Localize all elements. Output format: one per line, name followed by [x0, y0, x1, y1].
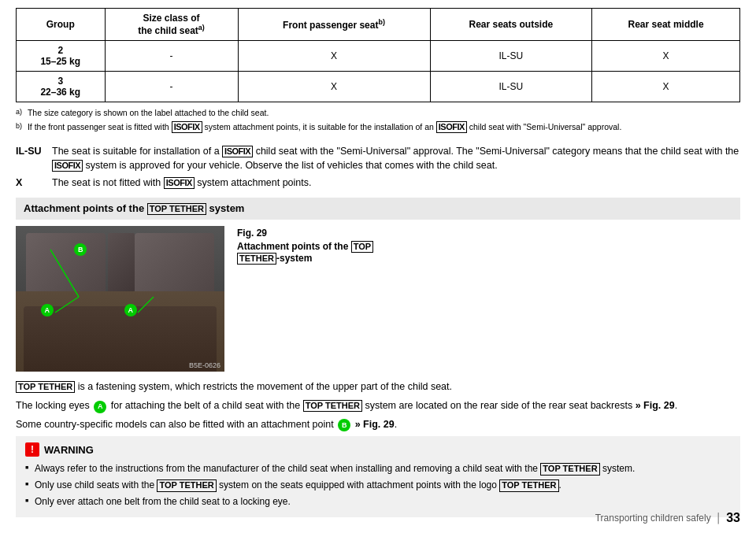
warning-item-2: Only use child seats with the TOP TETHER…	[25, 478, 731, 492]
front-passenger-3: X	[238, 72, 430, 102]
fig-ref-2: » Fig. 29	[355, 419, 395, 430]
body-text: TOP TETHER is a fastening system, which …	[16, 379, 740, 431]
col-size-class: Size class ofthe child seata)	[105, 9, 238, 41]
table-row: 215–25 kg - X IL-SU X	[17, 41, 740, 72]
def-x: X The seat is not fitted with ISOFIX sys…	[16, 176, 740, 190]
warning-item-1: Always refer to the instructions from th…	[25, 461, 731, 476]
size-class-2: -	[105, 41, 238, 72]
rear-outside-3: IL-SU	[430, 72, 592, 102]
isofix-badge: ISOFIX	[436, 121, 467, 133]
warning-label: WARNING	[44, 444, 94, 456]
footnote-b-label: b)	[16, 121, 24, 135]
page-footer: Transporting children safely │ 33	[595, 511, 740, 525]
figure-number: Fig. 29	[237, 228, 740, 239]
footer-separator: │	[716, 513, 722, 524]
toptether-badge-body1: TOP TETHER	[16, 381, 75, 393]
toptether-badge-fig2: TETHER	[237, 253, 276, 265]
point-b-badge: B	[338, 419, 350, 431]
page-number: 33	[726, 511, 740, 525]
toptether-badge-body2: TOP TETHER	[303, 400, 362, 412]
trunk-background: B A A	[16, 226, 224, 372]
footnote-a: a) The size category is shown on the lab…	[16, 107, 740, 121]
figure-caption: Fig. 29 Attachment points of the TOPTETH…	[237, 226, 740, 372]
toptether-badge-w1: TOP TETHER	[540, 463, 599, 475]
figure-image: B A A B5E-0626	[16, 226, 224, 372]
para-top-tether-desc: TOP TETHER is a fastening system, which …	[16, 379, 740, 394]
isofix-badge: ISOFIX	[172, 121, 202, 133]
isofix-badge: ISOFIX	[222, 146, 253, 157]
toptether-badge-w3: TOP TETHER	[499, 479, 558, 491]
figure-area: B A A B5E-0626 Fig. 29 Attachment points…	[16, 226, 740, 372]
footer-text: Transporting children safely	[595, 513, 711, 524]
rear-outside-2: IL-SU	[430, 41, 592, 72]
isofix-badge: ISOFIX	[164, 177, 195, 189]
warning-header: ! WARNING	[25, 442, 731, 457]
child-seat-table: Group Size class ofthe child seata) Fron…	[16, 8, 740, 102]
attachment-title: Attachment points of the TOP TETHER syst…	[24, 202, 244, 214]
def-desc-ilsu: The seat is suitable for installation of…	[52, 144, 740, 172]
rear-middle-3: X	[592, 72, 740, 102]
fig-ref-1: » Fig. 29	[636, 400, 675, 411]
footnote-b-text: If the front passenger seat is fitted wi…	[28, 121, 621, 135]
warning-list: Always refer to the instructions from th…	[25, 461, 731, 509]
footnote-a-text: The size category is shown on the label …	[28, 107, 269, 121]
warning-icon: !	[25, 442, 39, 457]
rear-middle-2: X	[592, 41, 740, 72]
point-a-badge: A	[94, 401, 106, 413]
figure-code: B5E-0626	[189, 361, 220, 369]
toptether-badge-w2: TOP TETHER	[157, 479, 216, 491]
size-class-3: -	[105, 72, 238, 102]
front-passenger-2: X	[238, 41, 430, 72]
trunk-carpet	[24, 306, 217, 372]
attachment-section-header: Attachment points of the TOP TETHER syst…	[16, 198, 740, 220]
col-rear-outside: Rear seats outside	[430, 9, 592, 41]
col-rear-middle: Rear seat middle	[592, 9, 740, 41]
col-group: Group	[17, 9, 106, 41]
locking-eye-right: A	[124, 304, 137, 316]
warning-box: ! WARNING Always refer to the instructio…	[16, 436, 740, 517]
footnotes: a) The size category is shown on the lab…	[16, 107, 740, 136]
def-term-ilsu: IL-SU	[16, 144, 46, 172]
table-row: 322–36 kg - X IL-SU X	[17, 72, 740, 102]
group-2: 215–25 kg	[17, 41, 106, 72]
isofix-badge: ISOFIX	[52, 160, 83, 172]
toptether-badge-fig: TOP	[351, 241, 373, 253]
para-country-specific: Some country-specific models can also be…	[16, 417, 740, 432]
footnote-b: b) If the front passenger seat is fitted…	[16, 121, 740, 135]
warning-item-3: Only ever attach one belt from the child…	[25, 494, 731, 509]
def-desc-x: The seat is not fitted with ISOFIX syste…	[52, 176, 740, 190]
definitions: IL-SU The seat is suitable for installat…	[16, 144, 740, 190]
group-3: 322–36 kg	[17, 72, 106, 102]
footnote-a-label: a)	[16, 107, 24, 121]
def-ilsu: IL-SU The seat is suitable for installat…	[16, 144, 740, 172]
figure-title: Attachment points of the TOPTETHER-syste…	[237, 241, 740, 265]
toptether-badge: TOP TETHER	[147, 203, 206, 215]
locking-eye-left: A	[41, 304, 54, 316]
def-term-x: X	[16, 176, 46, 190]
col-front-passenger: Front passenger seatb)	[238, 9, 430, 41]
para-locking-eyes: The locking eyes A for attaching the bel…	[16, 398, 740, 413]
